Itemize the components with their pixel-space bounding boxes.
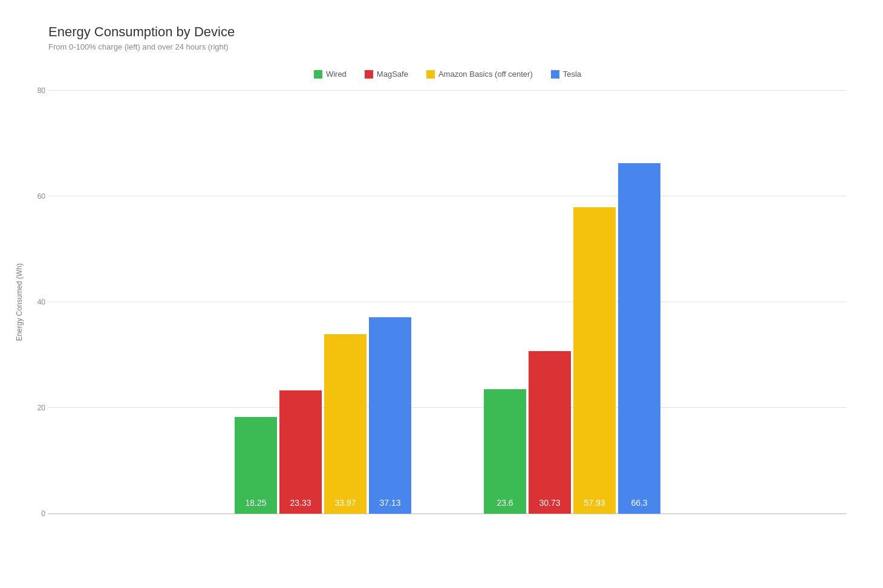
bar-wrapper: 23.33	[279, 390, 322, 514]
grid-label: 40	[24, 298, 45, 306]
bar-wrapper: 57.93	[573, 207, 616, 514]
bar-value-label: 18.25	[245, 498, 266, 508]
legend-item: Tesla	[551, 69, 581, 79]
legend-item: Amazon Basics (off center)	[426, 69, 533, 79]
bar-value-label: 30.73	[539, 498, 560, 508]
legend-label: MagSafe	[377, 69, 408, 79]
grid-label: 20	[24, 404, 45, 412]
bar-wrapper: 33.97	[324, 334, 367, 514]
chart-inner: 02040608018.2523.3333.9737.1323.630.7357…	[48, 91, 847, 514]
bar-1-1: 30.73	[529, 351, 571, 514]
bar-group-1: 23.630.7357.9366.3	[484, 163, 660, 514]
legend-color-box	[551, 70, 559, 79]
bar-wrapper: 18.25	[235, 417, 277, 514]
legend: WiredMagSafeAmazon Basics (off center)Te…	[48, 69, 847, 79]
bars-container: 18.2523.3333.9737.1323.630.7357.9366.3	[48, 91, 847, 514]
x-axis	[48, 514, 847, 514]
chart-area: Energy Consumed (Wh) 02040608018.2523.33…	[48, 91, 847, 514]
bar-0-3: 37.13	[369, 317, 411, 514]
bar-wrapper: 37.13	[369, 317, 411, 514]
y-axis-label: Energy Consumed (Wh)	[15, 263, 24, 341]
bar-value-label: 57.93	[584, 498, 605, 508]
legend-label: Wired	[326, 69, 347, 79]
chart-title: Energy Consumption by Device	[48, 24, 847, 40]
bar-0-1: 23.33	[279, 390, 322, 514]
chart-container: Energy Consumption by Device From 0-100%…	[0, 0, 883, 588]
bar-value-label: 37.13	[379, 498, 400, 508]
legend-item: Wired	[314, 69, 347, 79]
bar-group-0: 18.2523.3333.9737.13	[235, 317, 411, 514]
legend-item: MagSafe	[365, 69, 408, 79]
grid-label: 60	[24, 192, 45, 201]
bar-0-0: 18.25	[235, 417, 277, 514]
bar-value-label: 33.97	[334, 498, 356, 508]
bar-0-2: 33.97	[324, 334, 367, 514]
legend-label: Tesla	[563, 69, 581, 79]
grid-label: 0	[24, 509, 45, 518]
bar-1-2: 57.93	[573, 207, 616, 514]
grid-label: 80	[24, 86, 45, 95]
bar-1-3: 66.3	[618, 163, 660, 514]
legend-color-box	[365, 70, 373, 79]
chart-subtitle: From 0-100% charge (left) and over 24 ho…	[48, 42, 847, 51]
bar-value-label: 66.3	[631, 498, 647, 508]
bar-wrapper: 30.73	[529, 351, 571, 514]
bar-value-label: 23.33	[290, 498, 311, 508]
bar-wrapper: 23.6	[484, 389, 526, 514]
bar-value-label: 23.6	[497, 498, 513, 508]
bar-1-0: 23.6	[484, 389, 526, 514]
legend-color-box	[314, 70, 322, 79]
legend-label: Amazon Basics (off center)	[438, 69, 533, 79]
legend-color-box	[426, 70, 435, 79]
bar-wrapper: 66.3	[618, 163, 660, 514]
